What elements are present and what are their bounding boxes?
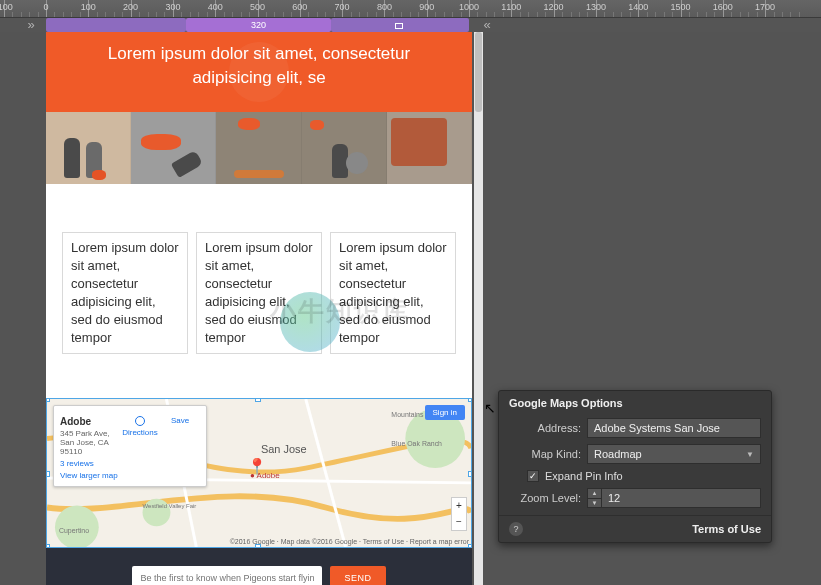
thumbnail-2[interactable] xyxy=(131,112,216,184)
vertical-scrollbar[interactable] xyxy=(474,32,483,585)
design-canvas[interactable]: Lorem ipsum dolor sit amet, consectetur … xyxy=(46,32,472,585)
map-info-card: Adobe 345 Park Ave, San Jose, CA 95110 3… xyxy=(53,405,207,487)
horizontal-ruler: -100010020030040050060070080090010001100… xyxy=(0,0,821,18)
help-icon[interactable]: ? xyxy=(509,522,523,536)
breakpoint-bar: » 320 960 « xyxy=(0,18,821,32)
image-strip xyxy=(46,112,472,184)
mouse-cursor-icon: ↖ xyxy=(484,400,498,418)
hero-banner[interactable]: Lorem ipsum dolor sit amet, consectetur … xyxy=(46,32,472,112)
google-map-widget[interactable]: San Jose ● Adobe Mountains Blue Oak Ranc… xyxy=(46,398,472,548)
svg-text:Mountains: Mountains xyxy=(391,411,424,418)
zoom-input[interactable] xyxy=(601,488,761,508)
map-info-title: Adobe xyxy=(60,416,120,427)
map-attribution: ©2016 Google · Map data ©2016 Google · T… xyxy=(230,538,469,545)
mapkind-label: Map Kind: xyxy=(509,448,581,460)
terms-link[interactable]: Terms of Use xyxy=(692,523,761,535)
mapkind-select[interactable]: Roadmap ▼ xyxy=(587,444,761,464)
zoom-label: Zoom Level: xyxy=(509,492,581,504)
breakpoint-label-320: 320 xyxy=(186,18,331,32)
expand-pin-checkbox[interactable]: ✓ xyxy=(527,470,539,482)
svg-text:Cupertino: Cupertino xyxy=(59,527,89,535)
chevron-right-icon[interactable]: « xyxy=(478,18,496,32)
map-view-larger-link[interactable]: View larger map xyxy=(60,471,120,480)
svg-text:San Jose: San Jose xyxy=(261,443,307,455)
svg-text:Westfield Valley Fair: Westfield Valley Fair xyxy=(143,503,197,509)
footer-subscribe: SEND xyxy=(46,548,472,585)
mapkind-value: Roadmap xyxy=(594,448,642,460)
map-pin-icon: 📍 xyxy=(247,457,267,476)
thumbnail-3[interactable] xyxy=(216,112,301,184)
breakpoint-segment-3[interactable]: 960 xyxy=(331,18,469,32)
text-column-2[interactable]: Lorem ipsum dolor sit amet, consectetur … xyxy=(196,232,322,354)
expand-pin-label: Expand Pin Info xyxy=(545,470,623,482)
text-column-3[interactable]: Lorem ipsum dolor sit amet, consectetur … xyxy=(330,232,456,354)
thumbnail-4[interactable] xyxy=(302,112,387,184)
text-columns: Lorem ipsum dolor sit amet, consectetur … xyxy=(46,232,472,354)
directions-button[interactable]: Directions xyxy=(120,416,160,480)
text-column-1[interactable]: Lorem ipsum dolor sit amet, consectetur … xyxy=(62,232,188,354)
breakpoint-segment-1[interactable] xyxy=(46,18,186,32)
send-button[interactable]: SEND xyxy=(330,566,385,585)
scrollbar-thumb[interactable] xyxy=(475,32,482,112)
hero-text: Lorem ipsum dolor sit amet, consectetur … xyxy=(108,44,410,87)
chevron-left-icon[interactable]: » xyxy=(22,18,40,32)
thumbnail-1[interactable] xyxy=(46,112,131,184)
subscribe-input[interactable] xyxy=(132,566,322,585)
chevron-down-icon: ▼ xyxy=(746,450,754,459)
thumbnail-5[interactable] xyxy=(387,112,472,184)
save-button[interactable]: Save xyxy=(160,416,200,480)
map-info-reviews[interactable]: 3 reviews xyxy=(60,459,120,468)
address-input[interactable] xyxy=(587,418,761,438)
map-info-address: 345 Park Ave, San Jose, CA 95110 xyxy=(60,429,120,456)
map-signin-button[interactable]: Sign in xyxy=(425,405,465,420)
map-zoom-control[interactable]: +− xyxy=(451,497,467,531)
address-label: Address: xyxy=(509,422,581,434)
zoom-stepper[interactable]: ▲▼ xyxy=(587,488,601,508)
svg-text:Blue Oak Ranch: Blue Oak Ranch xyxy=(391,440,442,447)
panel-title: Google Maps Options xyxy=(499,391,771,415)
map-options-panel[interactable]: Google Maps Options Address: Map Kind: R… xyxy=(498,390,772,543)
breakpoint-segment-2[interactable]: 320 xyxy=(186,18,331,32)
